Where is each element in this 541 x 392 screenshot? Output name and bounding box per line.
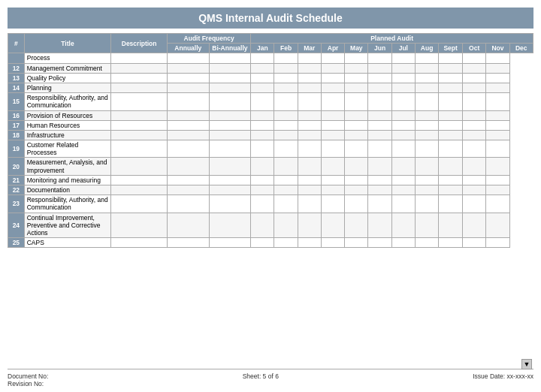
table-row: 18Infrastructure: [8, 130, 533, 140]
col-may: May: [345, 44, 368, 53]
row-title: Planning: [24, 83, 111, 92]
row-cell: [251, 238, 274, 248]
row-cell: [274, 140, 298, 158]
row-cell: [486, 83, 509, 92]
col-num: #: [8, 34, 25, 53]
col-jun: Jun: [368, 44, 391, 53]
row-cell: [251, 185, 274, 195]
rev-no-label: Revision No:: [8, 380, 48, 387]
row-title: Management Commitment: [24, 63, 111, 73]
row-cell: [439, 195, 463, 213]
row-cell: [251, 73, 274, 83]
row-cell: [463, 238, 486, 248]
row-cell: [368, 238, 391, 248]
row-desc: [111, 238, 168, 248]
row-cell: [209, 120, 251, 130]
row-desc: [111, 120, 168, 130]
row-cell: [168, 120, 210, 130]
row-cell: [298, 213, 321, 238]
row-cell: [345, 185, 368, 195]
row-cell: [486, 63, 509, 73]
row-cell: [298, 185, 321, 195]
row-cell: [368, 213, 391, 238]
row-cell: [439, 158, 463, 175]
row-cell: [415, 195, 438, 213]
row-cell: [274, 195, 298, 213]
col-jul: Jul: [391, 44, 415, 53]
row-cell: [251, 158, 274, 175]
row-desc: [111, 93, 168, 110]
row-cell: [251, 195, 274, 213]
row-cell: [251, 110, 274, 120]
row-cell: [209, 175, 251, 185]
row-cell: [368, 130, 391, 140]
row-cell: [251, 93, 274, 110]
row-cell: [168, 53, 210, 63]
row-cell: [298, 140, 321, 158]
table-container: # Title Description Audit Frequency Plan…: [8, 33, 533, 364]
row-cell: [345, 110, 368, 120]
table-row: 16Provision of Resources: [8, 110, 533, 120]
row-cell: [298, 63, 321, 73]
row-cell: [298, 120, 321, 130]
table-row: 17Human Resources: [8, 120, 533, 130]
row-cell: [298, 93, 321, 110]
row-title: Monitoring and measuring: [24, 175, 111, 185]
row-num: 16: [8, 110, 25, 120]
row-cell: [486, 130, 509, 140]
row-cell: [415, 73, 438, 83]
row-cell: [486, 93, 509, 110]
row-num: 13: [8, 73, 25, 83]
row-cell: [321, 238, 344, 248]
row-cell: [274, 120, 298, 130]
row-desc: [111, 63, 168, 73]
row-cell: [168, 213, 210, 238]
footer-center: Sheet: 5 of 6: [243, 372, 279, 387]
row-cell: [274, 185, 298, 195]
row-cell: [463, 158, 486, 175]
scroll-indicator[interactable]: ▼: [521, 359, 532, 369]
row-cell: [251, 213, 274, 238]
row-cell: [321, 63, 344, 73]
row-num: 17: [8, 120, 25, 130]
row-title: Customer Related Processes: [24, 140, 111, 158]
table-row: 22Documentation: [8, 185, 533, 195]
row-cell: [209, 158, 251, 175]
header-row-1: # Title Description Audit Frequency Plan…: [8, 34, 533, 44]
row-cell: [168, 130, 210, 140]
row-cell: [209, 53, 251, 63]
row-cell: [321, 140, 344, 158]
row-cell: [321, 130, 344, 140]
row-cell: [321, 110, 344, 120]
row-cell: [168, 185, 210, 195]
table-row: 21Monitoring and measuring: [8, 175, 533, 185]
row-cell: [368, 195, 391, 213]
row-cell: [345, 213, 368, 238]
row-cell: [298, 73, 321, 83]
row-desc: [111, 53, 168, 63]
row-cell: [486, 185, 509, 195]
col-annually: Annually: [168, 44, 210, 53]
table-row: 24Continual Improvement, Preventive and …: [8, 213, 533, 238]
col-feb: Feb: [274, 44, 298, 53]
row-cell: [274, 238, 298, 248]
row-cell: [251, 63, 274, 73]
footer-right: Issue Date: xx-xxx-xx: [473, 372, 533, 387]
row-cell: [345, 130, 368, 140]
row-cell: [439, 93, 463, 110]
row-cell: [486, 158, 509, 175]
row-num: [8, 53, 25, 63]
doc-no-label: Document No:: [8, 372, 48, 380]
footer: Document No: Revision No: Sheet: 5 of 6 …: [8, 369, 533, 387]
row-cell: [439, 120, 463, 130]
row-cell: [321, 213, 344, 238]
col-dec: Dec: [509, 44, 533, 53]
row-cell: [486, 120, 509, 130]
row-cell: [209, 185, 251, 195]
row-cell: [345, 120, 368, 130]
row-num: 23: [8, 195, 25, 213]
row-cell: [274, 53, 298, 63]
row-title: Process: [24, 53, 111, 63]
col-aug: Aug: [415, 44, 438, 53]
row-cell: [486, 140, 509, 158]
